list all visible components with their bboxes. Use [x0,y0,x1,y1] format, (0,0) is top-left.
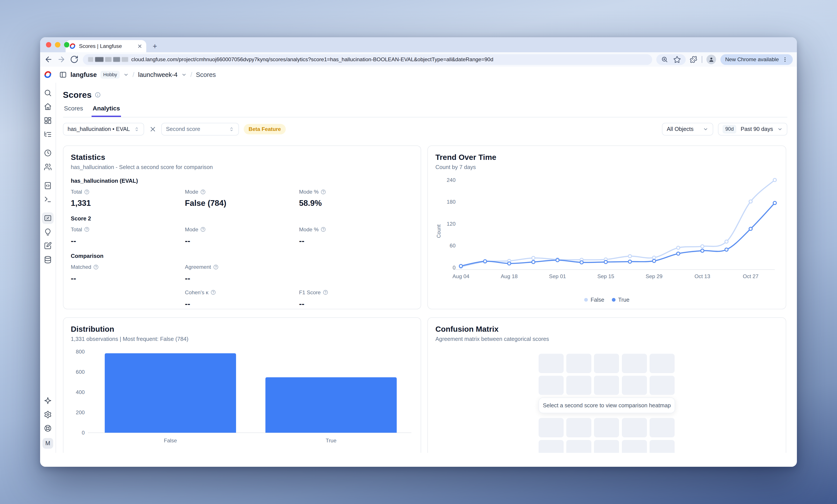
help-icon[interactable] [93,264,99,269]
legend-item-false[interactable]: False [584,297,604,303]
date-range-select[interactable]: 90d Past 90 days [718,123,787,135]
sidebar-item-annotation[interactable] [42,240,54,252]
stat-label-agreement: Agreement [185,264,299,270]
beta-feature-badge: Beta Feature [244,124,286,134]
chrome-update-pill[interactable]: New Chrome available [720,54,793,65]
new-tab-button[interactable]: + [153,43,157,50]
prompts-icon [44,182,52,190]
range-short-chip: 90d [723,125,736,133]
object-filter-select[interactable]: All Objects [662,123,713,135]
sidebar-item-datasets[interactable] [42,254,54,266]
heatmap-placeholder-tile [622,440,647,453]
filter-bar: has_hallucination • EVAL Second score [63,123,787,135]
sidebar-item-prompts[interactable] [42,180,54,191]
breadcrumb-page: Scores [196,71,216,78]
help-icon[interactable] [84,189,89,194]
zoom-icon[interactable] [661,56,668,63]
browser-tabstrip: Scores | Langfuse + [40,37,797,52]
browser-window: Scores | Langfuse + [40,37,797,467]
search-icon [44,89,52,97]
project-name[interactable]: launchweek-4 [138,71,177,78]
extensions-icon[interactable] [690,56,697,63]
svg-text:600: 600 [76,369,85,375]
f1-value: -- [299,299,413,309]
heatmap-placeholder-tile [566,376,591,395]
svg-text:200: 200 [76,409,85,415]
svg-text:240: 240 [447,177,456,183]
tab-close-icon[interactable] [137,43,142,49]
svg-text:Sep 15: Sep 15 [598,273,615,279]
address-actions [656,54,686,65]
user-avatar[interactable]: M [42,438,53,449]
svg-text:800: 800 [76,349,85,355]
sidebar-item-playground[interactable] [42,194,54,205]
support-icon [44,424,52,432]
url-text: cloud.langfuse.com/project/cmhnuoj660007… [131,56,493,62]
legend-item-true[interactable]: True [612,297,629,303]
tab-scores[interactable]: Scores [63,105,84,117]
kebab-menu-icon[interactable] [782,57,788,62]
sidebar-item-dashboard[interactable] [42,115,54,126]
help-icon[interactable] [211,290,216,295]
heatmap-placeholder-tile [622,354,647,373]
score2-heading: Score 2 [71,216,413,222]
info-icon[interactable] [95,92,101,98]
org-name[interactable]: langfuse [70,71,97,78]
dashboard-icon [44,116,52,125]
sidebar-item-upgrade[interactable] [42,395,54,406]
tab-analytics[interactable]: Analytics [92,105,121,117]
help-icon[interactable] [84,227,89,232]
svg-text:60: 60 [450,243,456,248]
forward-icon[interactable] [57,55,66,63]
heatmap-placeholder-tile [566,354,591,373]
org-switcher-chevron-icon[interactable] [123,72,129,77]
browser-tab[interactable]: Scores | Langfuse [66,40,146,52]
score2-mode-pct-value: -- [299,236,413,245]
legend-label: False [590,297,604,303]
sidebar-item-scores[interactable] [42,212,54,224]
stat-label-mode-pct: Mode % [299,226,413,232]
heatmap-placeholder-tile [539,376,564,395]
help-icon[interactable] [321,189,326,194]
sidebar-item-support[interactable] [42,423,54,434]
score1-select[interactable]: has_hallucination • EVAL [63,123,144,135]
maximize-window-button[interactable] [64,42,69,47]
help-icon[interactable] [213,264,218,269]
reload-icon[interactable] [70,55,78,63]
address-bar[interactable]: cloud.langfuse.com/project/cmhnuoj660007… [83,54,652,65]
statistics-card: Statistics has_hallucination - Select a … [63,146,421,309]
sidebar-item-search[interactable] [42,87,54,99]
home-icon [44,102,52,111]
score1-total-value: 1,331 [71,199,185,208]
trend-legend: FalseTrue [435,297,778,303]
svg-text:400: 400 [76,389,85,395]
distribution-card: Distribution 1,331 observations | Most f… [63,317,421,453]
stat-label-matched: Matched [71,264,185,270]
bookmark-star-icon[interactable] [673,56,681,63]
score2-select[interactable]: Second score [161,123,239,135]
profile-avatar[interactable] [707,55,716,64]
minimize-window-button[interactable] [55,42,60,47]
help-icon[interactable] [200,227,206,232]
svg-text:180: 180 [447,199,456,205]
distribution-subtitle: 1,331 observations | Most frequent: Fals… [71,336,413,342]
sidebar-item-home[interactable] [42,101,54,113]
help-icon[interactable] [323,290,328,295]
heatmap-placeholder-tile [539,418,564,437]
sidebar-item-sessions[interactable] [42,147,54,159]
sidebar-item-evaluators[interactable] [42,226,54,238]
help-icon[interactable] [200,189,206,194]
trend-line-chart: 060120180240CountAug 04Aug 18Sep 01Sep 1… [435,173,778,292]
sidebar-item-settings[interactable] [42,409,54,421]
svg-text:False: False [164,437,177,444]
back-icon[interactable] [44,55,53,63]
project-switcher-chevron-icon[interactable] [181,72,186,77]
help-icon[interactable] [321,227,326,232]
svg-text:0: 0 [82,430,85,435]
sidebar-toggle-icon[interactable] [59,71,67,78]
sessions-icon [44,149,52,157]
sidebar-item-tracing[interactable] [42,129,54,140]
clear-score1-icon[interactable] [149,126,157,133]
close-window-button[interactable] [46,42,51,47]
sidebar-item-users[interactable] [42,161,54,173]
